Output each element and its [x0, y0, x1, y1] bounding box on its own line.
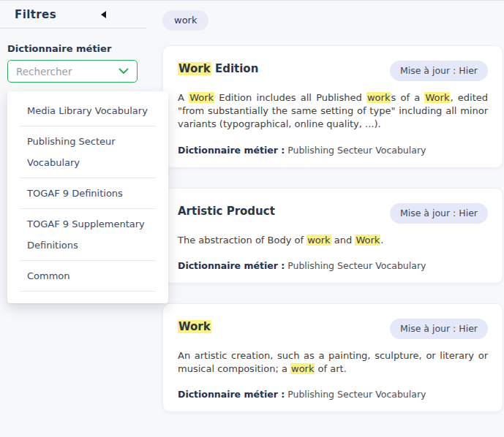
active-term-chip[interactable]: work — [162, 10, 208, 31]
card-title: Work — [178, 319, 211, 333]
updated-badge: Mise à jour : Hier — [390, 61, 488, 81]
dictionary-select[interactable]: Rechercher — [7, 60, 138, 83]
result-card[interactable]: Artistic Product Mise à jour : Hier The … — [162, 188, 503, 284]
results-panel: work Work Edition Mise à jour : Hier A W… — [162, 10, 504, 432]
dropdown-option[interactable]: TOGAF 9 Definitions — [20, 178, 156, 209]
search-term-highlight: work — [306, 235, 331, 246]
card-title: Artistic Product — [178, 203, 275, 218]
result-card[interactable]: Work Edition Mise à jour : Hier A Work E… — [162, 45, 503, 168]
chevron-down-icon — [119, 68, 129, 75]
search-term-highlight: Work — [189, 92, 214, 103]
search-term-highlight: Work — [178, 62, 211, 75]
card-header: Work Edition Mise à jour : Hier — [178, 61, 488, 81]
updated-badge: Mise à jour : Hier — [390, 319, 488, 339]
sidebar-header: Filtres — [0, 1, 146, 28]
card-dictionary-line: Dictionnaire métier : Publishing Secteur… — [178, 260, 488, 271]
search-term-highlight: work — [290, 363, 315, 374]
dictionary-dropdown: Media Library Vocabulary Publishing Sect… — [7, 91, 168, 303]
filters-sidebar: Filtres Dictionnaire métier Rechercher M… — [0, 1, 162, 83]
card-header: Artistic Product Mise à jour : Hier — [178, 203, 488, 224]
dropdown-option[interactable]: Publishing Secteur Vocabulary — [20, 126, 156, 178]
card-description: An artistic creation, such as a painting… — [178, 349, 488, 376]
card-header: Work Mise à jour : Hier — [178, 319, 488, 339]
card-description: The abstraction of Body of work and Work… — [178, 234, 488, 247]
search-term-highlight: Work — [424, 92, 450, 103]
dropdown-option[interactable]: TOGAF 9 Supplementary Definitions — [20, 209, 156, 261]
dictionary-label: Dictionnaire métier : — [178, 260, 285, 271]
card-dictionary-line: Dictionnaire métier : Publishing Secteur… — [178, 145, 488, 156]
card-dictionary-line: Dictionnaire métier : Publishing Secteur… — [178, 389, 488, 400]
sidebar-title: Filtres — [15, 8, 56, 21]
filter-group-label: Dictionnaire métier — [7, 43, 162, 54]
search-term-highlight: Work — [178, 320, 211, 333]
updated-badge: Mise à jour : Hier — [390, 203, 488, 224]
dictionary-value: Publishing Secteur Vocabulary — [287, 389, 426, 400]
dropdown-option[interactable]: Media Library Vocabulary — [20, 96, 156, 126]
card-description: A Work Edition includes all Published wo… — [178, 91, 488, 132]
result-card[interactable]: Work Mise à jour : Hier An artistic crea… — [162, 303, 503, 412]
dictionary-value: Publishing Secteur Vocabulary — [287, 260, 426, 271]
dropdown-option[interactable]: Common — [20, 261, 156, 292]
dictionary-label: Dictionnaire métier : — [178, 389, 285, 400]
dictionary-value: Publishing Secteur Vocabulary — [287, 145, 426, 156]
search-term-highlight: work — [366, 92, 391, 103]
dictionary-label: Dictionnaire métier : — [178, 145, 285, 156]
dictionary-select-placeholder: Rechercher — [16, 66, 72, 77]
card-title: Work Edition — [178, 61, 258, 75]
collapse-sidebar-icon[interactable] — [101, 11, 106, 18]
search-term-highlight: Work — [355, 235, 380, 246]
